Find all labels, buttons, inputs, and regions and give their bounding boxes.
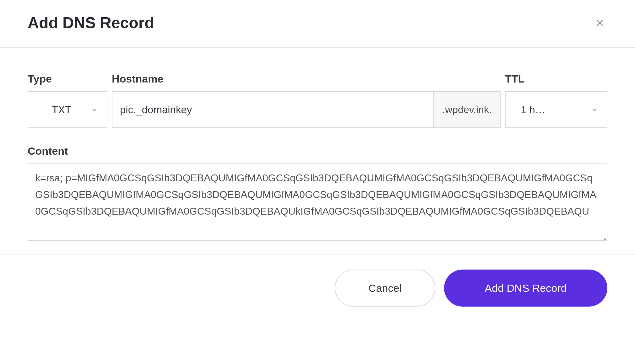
field-hostname: Hostname .wpdev.ink. — [112, 73, 501, 128]
ttl-select[interactable]: 1 h… — [505, 91, 607, 128]
chevron-down-icon — [90, 106, 99, 114]
modal-footer: Cancel Add DNS Record — [0, 254, 635, 321]
field-content: Content — [28, 145, 607, 241]
fields-row: Type TXT Hostname .wpdev.ink. TTL 1 h… — [28, 73, 607, 128]
hostname-wrap: .wpdev.ink. — [112, 91, 501, 128]
form-body: Type TXT Hostname .wpdev.ink. TTL 1 h… — [0, 48, 635, 254]
hostname-suffix: .wpdev.ink. — [433, 92, 500, 127]
content-label: Content — [28, 145, 607, 157]
chevron-down-icon — [590, 106, 599, 114]
modal-header: Add DNS Record — [0, 0, 635, 48]
field-type: Type TXT — [28, 73, 107, 128]
close-icon — [595, 18, 605, 28]
content-textarea[interactable] — [28, 163, 607, 241]
ttl-label: TTL — [505, 73, 607, 85]
close-button[interactable] — [592, 15, 607, 30]
type-select[interactable]: TXT — [28, 91, 107, 128]
field-ttl: TTL 1 h… — [505, 73, 607, 128]
modal-title: Add DNS Record — [28, 14, 154, 32]
ttl-value: 1 h… — [514, 104, 587, 116]
submit-button[interactable]: Add DNS Record — [444, 270, 607, 307]
hostname-label: Hostname — [112, 73, 501, 85]
type-label: Type — [28, 73, 107, 85]
type-value: TXT — [36, 104, 87, 116]
hostname-input[interactable] — [112, 92, 433, 127]
cancel-button[interactable]: Cancel — [335, 270, 435, 307]
